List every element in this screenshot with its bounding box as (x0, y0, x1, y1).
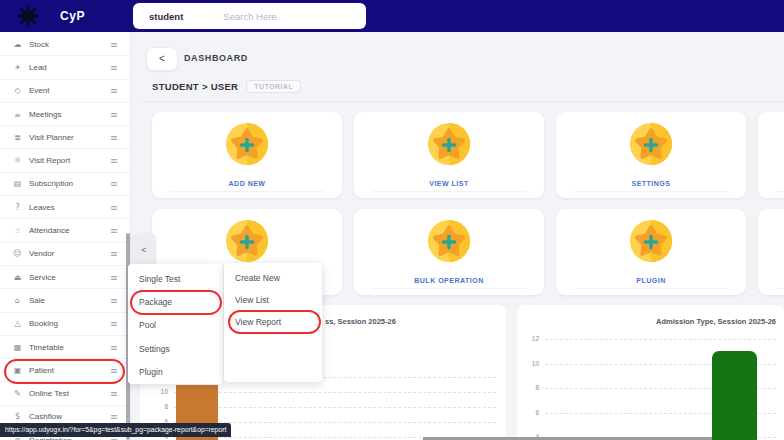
card-label: VIEW LIST (429, 180, 469, 187)
drag-handle-icon[interactable]: ≡ (110, 85, 118, 96)
menu-item-settings[interactable]: Settings (128, 337, 223, 360)
menu-item-single-test[interactable]: Single Test (128, 267, 223, 290)
dashboard-card-view-list[interactable]: VIEW LIST (354, 112, 544, 198)
sidebar-item-lead[interactable]: ☀Lead≡ (0, 56, 129, 79)
chart-title: Admission Type, Session 2025-26 (656, 317, 776, 326)
sidebar-item-label: Meetings (29, 110, 110, 119)
stock-icon: ☁ (11, 40, 24, 49)
search-placeholder: Search Here (223, 11, 276, 22)
cashflow-icon: $ (11, 412, 24, 421)
sidebar-collapse-button[interactable]: < (132, 233, 156, 268)
submenu-item-view-report[interactable]: View Report (224, 311, 322, 333)
drag-handle-icon[interactable]: ≡ (110, 295, 118, 306)
dashboard-card-settings[interactable]: SETTINGS (556, 112, 746, 198)
status-bar-url: https://app.udyogx.in/?for=5&pg=test&sub… (0, 423, 231, 437)
search-input[interactable]: student Search Here (133, 3, 366, 29)
sidebar-item-label: Timetable (29, 343, 110, 352)
sidebar-item-attendance[interactable]: ☝Attendance≡ (0, 219, 129, 242)
service-icon: ⏏ (11, 273, 24, 282)
submenu-item-create-new[interactable]: Create New (224, 267, 322, 289)
card-label: BULK OPERATION (414, 277, 483, 284)
sidebar-item-label: Visit Planner (29, 133, 110, 142)
submenu-item-view-list[interactable]: View List (224, 289, 322, 311)
sidebar-item-sale[interactable]: ⌂Sale≡ (0, 289, 129, 312)
sidebar-item-label: Subscription (29, 179, 110, 188)
drag-handle-icon[interactable]: ≡ (110, 342, 118, 353)
star-plus-icon (628, 121, 674, 167)
y-axis-tick-label: 6 (523, 409, 539, 417)
breadcrumb-path: STUDENT > USER (152, 81, 238, 92)
drag-handle-icon[interactable]: ≡ (110, 202, 118, 213)
sidebar-item-patient[interactable]: ▣Patient≡ (0, 359, 129, 382)
pinwheel-logo-icon (16, 4, 40, 28)
sidebar-item-label: Service (29, 273, 110, 282)
drag-handle-icon[interactable]: ≡ (110, 411, 118, 422)
drag-handle-icon[interactable]: ≡ (110, 272, 118, 283)
sidebar-item-meetings[interactable]: ☕Meetings≡ (0, 103, 129, 126)
sidebar-item-label: Visit Report (29, 156, 110, 165)
drag-handle-icon[interactable]: ≡ (110, 318, 118, 329)
star-plus-icon (426, 218, 472, 264)
drag-handle-icon[interactable]: ≡ (110, 248, 118, 259)
sidebar-item-label: Attendance (29, 226, 110, 235)
dashboard-card-plugin[interactable]: PLUGIN (556, 209, 746, 295)
sidebar-item-timetable[interactable]: ▦Timetable≡ (0, 336, 129, 359)
dashboard-card-bulk-operation[interactable]: BULK OPERATION (354, 209, 544, 295)
drag-handle-icon[interactable]: ≡ (110, 388, 118, 399)
card-label: ADD NEW (229, 180, 266, 187)
sidebar-item-label: Online Test (29, 389, 110, 398)
y-axis-tick-label: 8 (148, 403, 168, 411)
sidebar-item-label: Stock (29, 40, 110, 49)
sidebar-item-leaves[interactable]: ?Leaves≡ (0, 196, 129, 219)
sidebar-item-label: Vendor (29, 249, 110, 258)
dashboard-card-partial[interactable] (758, 112, 784, 198)
sidebar-list: ☁Stock≡☀Lead≡◇Event≡☕Meetings≡≣Visit Pla… (0, 33, 129, 440)
breadcrumb: STUDENT > USER TUTORIAL (152, 80, 301, 93)
drag-handle-icon[interactable]: ≡ (110, 109, 118, 120)
sidebar-item-online-test[interactable]: ✎Online Test≡ (0, 382, 129, 405)
sidebar-item-label: Event (29, 86, 110, 95)
sidebar-item-label: Booking (29, 319, 110, 328)
chart-card-admission-type: Admission Type, Session 2025-26 1210864 (517, 305, 784, 440)
drag-handle-icon[interactable]: ≡ (110, 62, 118, 73)
menu-item-package[interactable]: Package (128, 290, 223, 313)
star-plus-icon (224, 218, 270, 264)
drag-handle-icon[interactable]: ≡ (110, 225, 118, 236)
meetings-icon: ☕ (11, 110, 24, 119)
menu-item-pool[interactable]: Pool (128, 314, 223, 337)
sidebar-item-label: Lead (29, 63, 110, 72)
drag-handle-icon[interactable]: ≡ (110, 365, 118, 376)
page-title: DASHBOARD (184, 53, 248, 63)
y-axis-tick-label: 8 (523, 384, 539, 392)
sidebar-item-event[interactable]: ◇Event≡ (0, 80, 129, 103)
tutorial-badge[interactable]: TUTORIAL (246, 80, 301, 93)
sidebar-item-service[interactable]: ⏏Service≡ (0, 266, 129, 289)
sidebar-item-label: Sale (29, 296, 110, 305)
sidebar-item-stock[interactable]: ☁Stock≡ (0, 33, 129, 56)
visit-planner-icon: ≣ (11, 133, 24, 142)
menu-item-plugin[interactable]: Plugin (128, 361, 223, 384)
dashboard-card-partial[interactable] (758, 209, 784, 295)
y-axis-tick-label: 10 (148, 388, 168, 396)
sidebar-item-visit-report[interactable]: ☼Visit Report≡ (0, 149, 129, 172)
drag-handle-icon[interactable]: ≡ (110, 132, 118, 143)
brand-logo-text: CyP (60, 0, 85, 32)
drag-handle-icon[interactable]: ≡ (110, 155, 118, 166)
drag-handle-icon[interactable]: ≡ (110, 39, 118, 50)
dashboard-card-add-new[interactable]: ADD NEW (152, 112, 342, 198)
sidebar-item-label: Patient (29, 366, 110, 375)
back-button[interactable]: < (146, 47, 178, 71)
sidebar-item-visit-planner[interactable]: ≣Visit Planner≡ (0, 126, 129, 149)
y-axis-tick-label: 12 (523, 335, 539, 343)
sidebar-item-label: Leaves (29, 203, 110, 212)
drag-handle-icon[interactable]: ≡ (110, 178, 118, 189)
sidebar-item-subscription[interactable]: ▤Subscription≡ (0, 173, 129, 196)
gridline (545, 339, 776, 340)
sidebar-item-booking[interactable]: △Booking≡ (0, 313, 129, 336)
lead-icon: ☀ (11, 63, 24, 72)
leaves-icon: ? (11, 203, 24, 212)
sidebar-item-vendor[interactable]: ☺Vendor≡ (0, 243, 129, 266)
chart-title: ss, Session 2025-26 (325, 317, 396, 326)
card-label: SETTINGS (631, 180, 670, 187)
search-category[interactable]: student (149, 11, 183, 22)
